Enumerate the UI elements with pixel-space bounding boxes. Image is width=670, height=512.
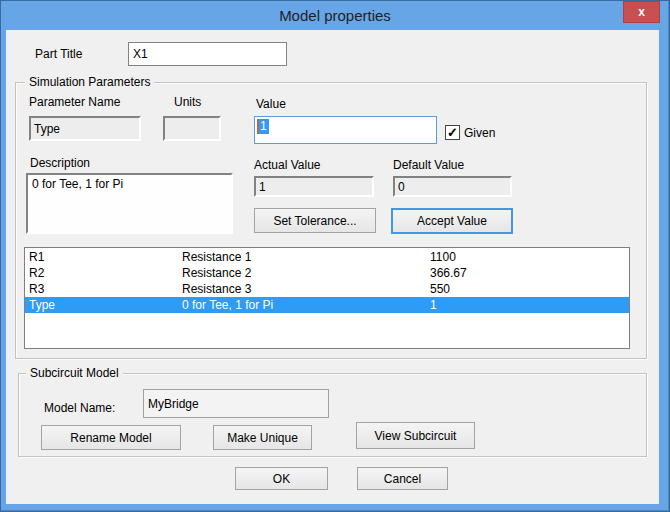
parameters-listbox[interactable]: R1Resistance 11100R2Resistance 2366.67R3… xyxy=(24,247,630,349)
parameter-row-value: 550 xyxy=(430,281,450,297)
parameter-row-value: 366.67 xyxy=(430,265,467,281)
description-label: Description xyxy=(30,156,90,170)
parameter-row-r2[interactable]: R2Resistance 2366.67 xyxy=(25,265,629,281)
actual-value-label: Actual Value xyxy=(254,158,321,172)
parameter-row-value: 1 xyxy=(430,297,437,313)
simulation-parameters-group-label: Simulation Parameters xyxy=(25,75,154,89)
given-checkbox-label: Given xyxy=(464,126,495,140)
model-name-value: MyBridge xyxy=(148,397,199,411)
default-value: 0 xyxy=(398,180,405,194)
part-title-input[interactable]: X1 xyxy=(128,42,287,66)
view-subcircuit-button[interactable]: View Subcircuit xyxy=(356,422,475,449)
value-label: Value xyxy=(256,97,286,111)
parameter-row-description: Resistance 3 xyxy=(182,281,251,297)
default-value-field: 0 xyxy=(393,176,512,197)
given-checkbox[interactable]: ✓ xyxy=(445,125,460,140)
subcircuit-model-group-label: Subcircuit Model xyxy=(26,366,123,380)
parameter-row-value: 1100 xyxy=(430,249,456,265)
units-label: Units xyxy=(174,95,201,109)
part-title-label: Part Title xyxy=(35,47,82,61)
model-name-label: Model Name: xyxy=(44,401,115,415)
parameter-row-description: Resistance 2 xyxy=(182,265,251,281)
parameter-row-name: R3 xyxy=(29,281,44,297)
subcircuit-model-group: Subcircuit Model Model Name: MyBridge Re… xyxy=(18,373,647,457)
parameter-row-description: Resistance 1 xyxy=(182,249,251,265)
accept-value-button[interactable]: Accept Value xyxy=(391,208,513,234)
default-value-label: Default Value xyxy=(393,158,464,172)
make-unique-button[interactable]: Make Unique xyxy=(213,425,312,450)
parameter-row-r3[interactable]: R3Resistance 3550 xyxy=(25,281,629,297)
parameter-name-label: Parameter Name xyxy=(29,95,120,109)
actual-value-field: 1 xyxy=(254,176,374,197)
parameter-row-r1[interactable]: R1Resistance 11100 xyxy=(25,249,629,265)
parameter-row-description: 0 for Tee, 1 for Pi xyxy=(182,297,273,313)
ok-button[interactable]: OK xyxy=(235,467,328,490)
model-name-field[interactable]: MyBridge xyxy=(143,389,329,418)
cancel-button[interactable]: Cancel xyxy=(357,467,448,490)
description-field: 0 for Tee, 1 for Pi xyxy=(26,173,233,234)
close-icon: x xyxy=(638,5,645,19)
checkmark-icon: ✓ xyxy=(447,126,458,139)
value-input[interactable]: 1 xyxy=(254,116,437,144)
parameter-name-field: Type xyxy=(29,116,141,141)
parameter-row-name: R1 xyxy=(29,249,44,265)
parameter-row-name: R2 xyxy=(29,265,44,281)
parameter-row-name: Type xyxy=(29,297,55,313)
value-selected-text: 1 xyxy=(258,119,269,134)
simulation-parameters-group: Simulation Parameters Parameter Name Uni… xyxy=(15,82,647,359)
close-button[interactable]: x xyxy=(623,1,660,23)
dialog-title: Model properties xyxy=(1,1,669,30)
set-tolerance-button[interactable]: Set Tolerance... xyxy=(254,208,376,233)
units-field xyxy=(163,116,221,141)
actual-value: 1 xyxy=(259,180,266,194)
parameter-name-value: Type xyxy=(34,122,60,136)
part-title-value: X1 xyxy=(133,47,148,61)
parameter-row-type[interactable]: Type0 for Tee, 1 for Pi1 xyxy=(25,297,629,313)
rename-model-button[interactable]: Rename Model xyxy=(41,425,181,450)
model-properties-dialog: Model properties x Part Title X1 Simulat… xyxy=(0,0,670,512)
description-value: 0 for Tee, 1 for Pi xyxy=(32,177,123,191)
dialog-content: Part Title X1 Simulation Parameters Para… xyxy=(6,30,659,504)
title-bar[interactable]: Model properties x xyxy=(1,1,669,30)
